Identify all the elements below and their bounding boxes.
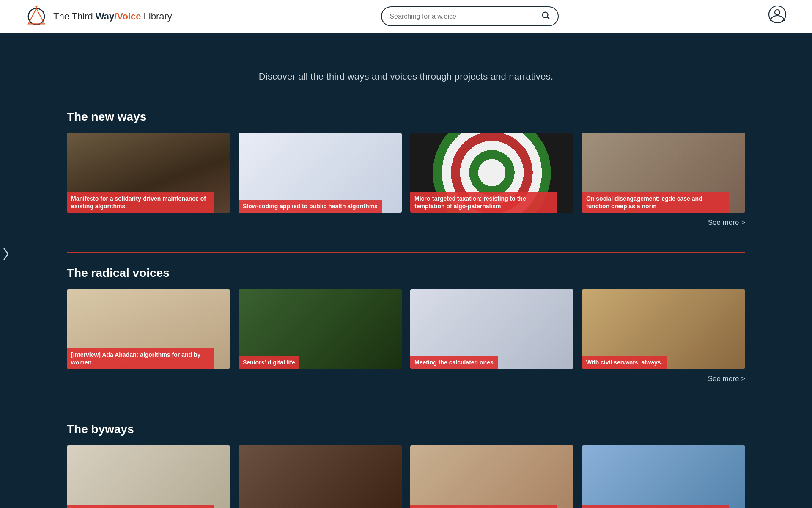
card-label: On social disengagement: egde case and f… (582, 192, 729, 213)
user-account-icon[interactable] (768, 5, 787, 28)
card-label: [Disabilities] Self-design by affected c… (67, 505, 214, 508)
card-label: Micro-targeted taxation: resisting to th… (410, 192, 557, 213)
card-label: Manifesto for a solidarity-driven mainte… (67, 192, 214, 213)
section-radical-voices: The radical voices [Interview] Ada Abada… (0, 252, 812, 404)
card-item[interactable]: Slow-coding applied to public health alg… (239, 133, 402, 213)
site-header: The Third Way/Voice Library (0, 0, 812, 33)
svg-point-0 (28, 8, 44, 24)
card-image-card-11 (410, 445, 573, 508)
card-image-card-10 (239, 445, 402, 508)
card-item[interactable]: On social disengagement: egde case and f… (582, 133, 745, 213)
see-more-row: See more > (67, 218, 745, 227)
svg-point-4 (543, 12, 548, 18)
section-title: The new ways (67, 110, 745, 124)
card-label: Meeting the calculated ones (410, 356, 498, 369)
card-item[interactable]: [Disabilities] Self-design by affected c… (67, 445, 230, 508)
svg-line-5 (548, 17, 550, 19)
search-input[interactable] (390, 13, 541, 20)
card-label: Slow-coding applied to public health alg… (239, 200, 382, 213)
card-label: With civil servants, always. (582, 356, 667, 369)
card-label: [Interview] Ada Abadan: algorithms for a… (67, 348, 214, 369)
search-button[interactable] (541, 11, 550, 22)
hero-section: Discover all the third ways and voices t… (0, 33, 812, 110)
card-item[interactable]: Meeting the calculated ones (410, 289, 573, 369)
section-byways: The byways [Disabilities] Self-design by… (0, 409, 812, 508)
card-item[interactable]: Naval risks: preventing and setting resp… (582, 445, 745, 508)
card-label: Naval risks: preventing and setting resp… (582, 505, 729, 508)
hero-tagline: Discover all the third ways and voices t… (0, 52, 812, 97)
svg-point-7 (775, 10, 780, 15)
section-title: The byways (67, 422, 745, 436)
cards-row: [Interview] Ada Abadan: algorithms for a… (67, 289, 745, 369)
logo-icon (25, 6, 47, 28)
logo-area: The Third Way/Voice Library (25, 6, 172, 28)
card-item[interactable]: [Interview] Ada Abadan: algorithms for a… (67, 289, 230, 369)
card-item[interactable]: From laissez-faire to laissez-calculer? (239, 445, 402, 508)
section-title: The radical voices (67, 266, 745, 280)
sidebar-expand-arrow[interactable] (0, 241, 12, 267)
cards-row: Manifesto for a solidarity-driven mainte… (67, 133, 745, 213)
section-divider (67, 252, 745, 253)
section-new-ways: The new ways Manifesto for a solidarity-… (0, 110, 812, 248)
section-divider (67, 409, 745, 409)
card-label: On promoting an existing solution withou… (410, 505, 557, 508)
see-more-row: See more > (67, 375, 745, 383)
cards-row: [Disabilities] Self-design by affected c… (67, 445, 745, 508)
card-image-card-9 (67, 445, 230, 508)
card-image-card-12 (582, 445, 745, 508)
card-label: Seniors' digital life (239, 356, 299, 369)
card-item[interactable]: On promoting an existing solution withou… (410, 445, 573, 508)
logo-text: The Third Way/Voice Library (53, 11, 172, 22)
see-more-link[interactable]: See more > (708, 375, 745, 383)
see-more-link[interactable]: See more > (708, 218, 745, 226)
card-item[interactable]: With civil servants, always. (582, 289, 745, 369)
search-bar[interactable] (381, 6, 559, 26)
card-item[interactable]: Micro-targeted taxation: resisting to th… (410, 133, 573, 213)
card-item[interactable]: Seniors' digital life (239, 289, 402, 369)
card-item[interactable]: Manifesto for a solidarity-driven mainte… (67, 133, 230, 213)
